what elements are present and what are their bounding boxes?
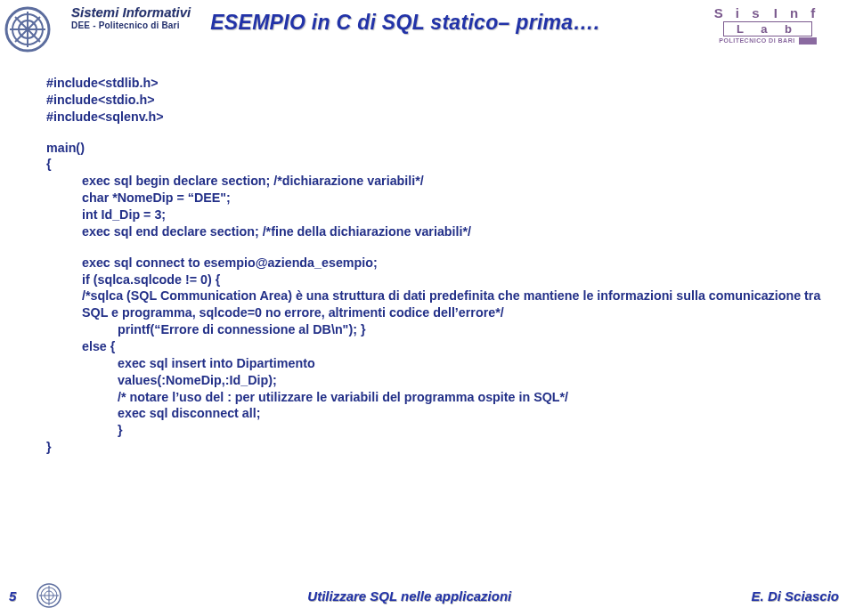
dept-block: Sistemi Informativi DEE - Politecnico di… [71,5,191,30]
dept-sub: DEE - Politecnico di Bari [71,20,191,30]
code-line: #include<stdlib.h> [46,75,830,92]
code-line: int Id_Dip = 3; [46,207,830,223]
slide-title: ESEMPIO in C di SQL statico– prima…. [210,11,599,34]
code-line: char *NomeDip = “DEE"; [46,190,830,207]
code-line: { [46,156,830,173]
dee-badge-icon [799,37,817,45]
footer-author: E. Di Sciascio [752,588,839,604]
poliba-logo [4,5,64,53]
code-line: printf(“Errore di connessione al DB\n");… [46,321,830,338]
lab-line1: S i s I n f [688,5,848,20]
code-line: #include<sqlenv.h> [46,109,830,126]
slide-footer: 5 Utilizzare SQL nelle applicazioni E. D… [0,579,855,612]
code-line: values(:NomeDip,:Id_Dip); [46,372,830,389]
code-line: exec sql insert into Dipartimento [46,355,830,372]
code-line: /*sqlca (SQL Communication Area) è una s… [46,288,830,321]
code-line: } [46,422,830,439]
code-line: else { [46,338,830,355]
code-line: exec sql begin declare section; /*dichia… [46,173,830,190]
code-line: exec sql disconnect all; [46,405,830,422]
slide-title-wrap: ESEMPIO in C di SQL statico– prima…. [191,4,688,35]
lab-line2: L a b [723,21,812,36]
page-number: 5 [9,588,36,604]
code-line: /* notare l’uso del : per utilizzare le … [46,389,830,406]
code-line: #include<stdio.h> [46,92,830,109]
code-line: exec sql end declare section; /*fine del… [46,223,830,240]
lab-sub: POLITECNICO DI BARI [688,37,848,45]
poliba-logo-small [36,582,68,609]
slide-header: Sistemi Informativi DEE - Politecnico di… [0,0,855,57]
dept-title: Sistemi Informativi [71,5,191,20]
code-line: if (sqlca.sqlcode != 0) { [46,272,830,288]
code-line: exec sql connect to esempio@azienda_esem… [46,255,830,272]
code-line: } [46,439,830,456]
code-line: main() [46,140,830,157]
footer-title: Utilizzare SQL nelle applicazioni [68,588,752,604]
code-content: #include<stdlib.h> #include<stdio.h> #in… [0,57,855,456]
lab-logo-block: S i s I n f L a b POLITECNICO DI BARI [688,4,848,45]
